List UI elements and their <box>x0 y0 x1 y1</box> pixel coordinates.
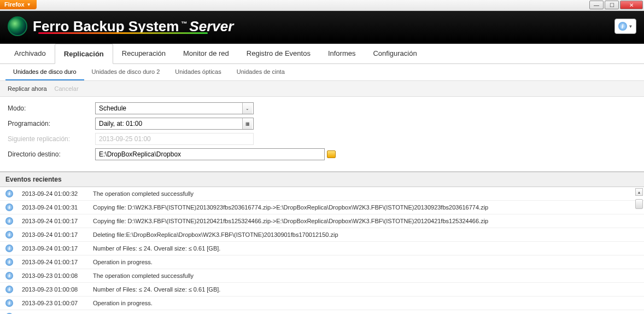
destination-input[interactable] <box>96 149 322 160</box>
browse-folder-button[interactable] <box>327 150 336 158</box>
subtab-hdd2[interactable]: Unidades de disco duro 2 <box>84 64 168 80</box>
close-button[interactable]: ✕ <box>620 1 643 9</box>
settings-form: Modo: ⌄ Programación: ▦ Siguiente replic… <box>0 97 644 172</box>
cancel-button: Cancelar <box>55 85 79 92</box>
firefox-menu-button[interactable]: Firefox ▼ <box>0 0 37 9</box>
event-timestamp: 2013-09-24 01:00:17 <box>22 259 93 265</box>
events-title: Eventos recientes <box>5 176 62 183</box>
info-icon: i <box>5 231 13 239</box>
event-row[interactable]: i2013-09-24 01:00:17Copying file: D:\W2K… <box>0 214 644 228</box>
event-timestamp: 2013-09-23 01:00:08 <box>22 286 93 293</box>
schedule-label: Programación: <box>8 120 95 127</box>
event-message: Operation in progress. <box>93 300 639 306</box>
event-row[interactable]: i2013-09-24 01:00:31Copying file: D:\W2K… <box>0 201 644 214</box>
info-icon: i <box>5 190 13 197</box>
event-row[interactable]: i2013-09-22 01:00:18The operation comple… <box>0 310 644 314</box>
scroll-up-icon[interactable]: ▴ <box>635 188 643 196</box>
sub-tabs: Unidades de disco duro Unidades de disco… <box>0 64 644 81</box>
subtab-hdd[interactable]: Unidades de disco duro <box>5 64 84 80</box>
mode-select[interactable]: ⌄ <box>95 102 254 114</box>
calendar-icon[interactable]: ▦ <box>242 118 252 129</box>
destination-label: Directorio destino: <box>8 150 95 158</box>
action-bar: Replicar ahora Cancelar <box>0 81 644 97</box>
event-row[interactable]: i2013-09-24 01:00:17Deleting file:E:\Dro… <box>0 228 644 242</box>
app-header: Ferro Backup System™ Server i ▼ <box>0 11 644 44</box>
event-row[interactable]: i2013-09-24 01:00:17Number of Files: ≤ 2… <box>0 242 644 255</box>
tab-archivado[interactable]: Archivado <box>5 44 55 63</box>
replicate-now-button[interactable]: Replicar ahora <box>8 85 47 92</box>
event-row[interactable]: i2013-09-24 01:00:32The operation comple… <box>0 187 644 201</box>
events-header: Eventos recientes <box>0 172 644 187</box>
event-row[interactable]: i2013-09-23 01:00:07Operation in progres… <box>0 296 644 310</box>
event-timestamp: 2013-09-24 01:00:31 <box>22 204 93 211</box>
info-icon: i <box>5 217 13 225</box>
event-message: The operation completed successfully <box>93 190 639 197</box>
subtab-optical[interactable]: Unidades ópticas <box>167 64 229 80</box>
title-underline <box>38 32 208 34</box>
event-row[interactable]: i2013-09-24 01:00:17Operation in progres… <box>0 255 644 269</box>
event-message: Copying file: D:\W2K3.FBF\(ISTOTNE)20130… <box>93 204 639 211</box>
events-table: i2013-09-24 01:00:32The operation comple… <box>0 187 644 314</box>
event-message: The operation completed successfully <box>93 272 639 279</box>
minimize-button[interactable]: — <box>589 1 604 9</box>
subtab-tape[interactable]: Unidades de cinta <box>229 64 292 80</box>
info-icon: i <box>5 245 13 252</box>
event-message: Operation in progress. <box>93 259 639 265</box>
event-message: Copying file: D:\W2K3.FBF\(ISTOTNE)20120… <box>93 218 639 224</box>
mode-label: Modo: <box>8 104 95 112</box>
tab-recuperacion[interactable]: Recuperación <box>113 44 174 63</box>
tab-monitor-red[interactable]: Monitor de red <box>174 44 238 63</box>
chevron-down-icon[interactable]: ⌄ <box>242 103 252 114</box>
event-timestamp: 2013-09-24 01:00:17 <box>22 245 93 252</box>
chevron-down-icon: ▼ <box>629 24 633 29</box>
tab-informes[interactable]: Informes <box>319 44 365 63</box>
window-controls: — ☐ ✕ <box>589 0 644 9</box>
main-tabs: Archivado Replicación Recuperación Monit… <box>0 44 644 64</box>
next-replication-value: 2013-09-25 01:00 <box>95 133 254 145</box>
event-row[interactable]: i2013-09-23 01:00:08Number of Files: ≤ 2… <box>0 283 644 296</box>
info-icon: i <box>5 299 13 307</box>
next-replication-label: Siguiente replicación: <box>8 135 95 143</box>
tm-mark: ™ <box>181 20 187 27</box>
event-timestamp: 2013-09-24 01:00:32 <box>22 190 93 197</box>
event-timestamp: 2013-09-24 01:00:17 <box>22 231 93 238</box>
info-icon: i <box>5 203 13 211</box>
info-icon: i <box>5 272 13 280</box>
info-menu-button[interactable]: i ▼ <box>614 19 636 34</box>
firefox-label: Firefox <box>4 1 25 8</box>
maximize-button[interactable]: ☐ <box>605 1 619 9</box>
info-icon: i <box>5 286 13 293</box>
scroll-thumb[interactable] <box>635 199 643 209</box>
tab-registro-eventos[interactable]: Registro de Eventos <box>238 44 319 63</box>
scrollbar[interactable]: ▴ <box>635 188 643 209</box>
event-row[interactable]: i2013-09-23 01:00:08The operation comple… <box>0 269 644 283</box>
event-timestamp: 2013-09-23 01:00:08 <box>22 272 93 279</box>
mode-value[interactable] <box>96 103 242 114</box>
window-titlebar: Firefox ▼ — ☐ ✕ <box>0 0 644 11</box>
event-timestamp: 2013-09-24 01:00:17 <box>22 218 93 224</box>
schedule-value[interactable] <box>96 118 242 129</box>
info-icon: i <box>618 22 627 31</box>
destination-input-wrap <box>95 148 325 160</box>
event-message: Deleting file:E:\DropBoxReplica\Dropbox\… <box>93 231 639 238</box>
event-message: Number of Files: ≤ 24. Overall size: ≤ 0… <box>93 286 639 293</box>
events-body: i2013-09-24 01:00:32The operation comple… <box>0 187 644 314</box>
app-logo-icon <box>8 16 27 36</box>
schedule-picker[interactable]: ▦ <box>95 118 254 130</box>
event-timestamp: 2013-09-23 01:00:07 <box>22 300 93 306</box>
event-message: Number of Files: ≤ 24. Overall size: ≤ 0… <box>93 245 639 252</box>
dropdown-icon: ▼ <box>27 2 31 7</box>
tab-replicacion[interactable]: Replicación <box>55 44 113 64</box>
info-icon: i <box>5 258 13 266</box>
tab-configuracion[interactable]: Configuración <box>364 44 425 63</box>
